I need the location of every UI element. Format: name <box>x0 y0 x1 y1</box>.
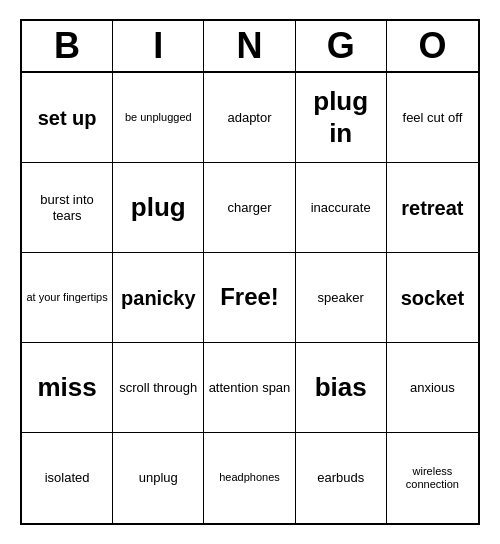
bingo-cell: earbuds <box>296 433 387 523</box>
bingo-cell: wireless connection <box>387 433 478 523</box>
bingo-cell: bias <box>296 343 387 433</box>
bingo-cell: speaker <box>296 253 387 343</box>
header-letter: N <box>204 21 295 71</box>
bingo-cell: charger <box>204 163 295 253</box>
header-letter: B <box>22 21 113 71</box>
bingo-grid: set upbe unpluggedadaptorplug infeel cut… <box>22 73 478 523</box>
bingo-cell: plug in <box>296 73 387 163</box>
bingo-cell: Free! <box>204 253 295 343</box>
bingo-cell: set up <box>22 73 113 163</box>
bingo-cell: panicky <box>113 253 204 343</box>
bingo-cell: unplug <box>113 433 204 523</box>
bingo-cell: plug <box>113 163 204 253</box>
bingo-cell: be unplugged <box>113 73 204 163</box>
header-letter: O <box>387 21 478 71</box>
bingo-cell: attention span <box>204 343 295 433</box>
bingo-cell: headphones <box>204 433 295 523</box>
bingo-cell: scroll through <box>113 343 204 433</box>
bingo-card: BINGO set upbe unpluggedadaptorplug infe… <box>20 19 480 525</box>
bingo-header: BINGO <box>22 21 478 73</box>
bingo-cell: retreat <box>387 163 478 253</box>
bingo-cell: anxious <box>387 343 478 433</box>
bingo-cell: miss <box>22 343 113 433</box>
bingo-cell: isolated <box>22 433 113 523</box>
bingo-cell: adaptor <box>204 73 295 163</box>
bingo-cell: feel cut off <box>387 73 478 163</box>
bingo-cell: inaccurate <box>296 163 387 253</box>
bingo-cell: at your fingertips <box>22 253 113 343</box>
header-letter: G <box>296 21 387 71</box>
bingo-cell: burst into tears <box>22 163 113 253</box>
bingo-cell: socket <box>387 253 478 343</box>
header-letter: I <box>113 21 204 71</box>
